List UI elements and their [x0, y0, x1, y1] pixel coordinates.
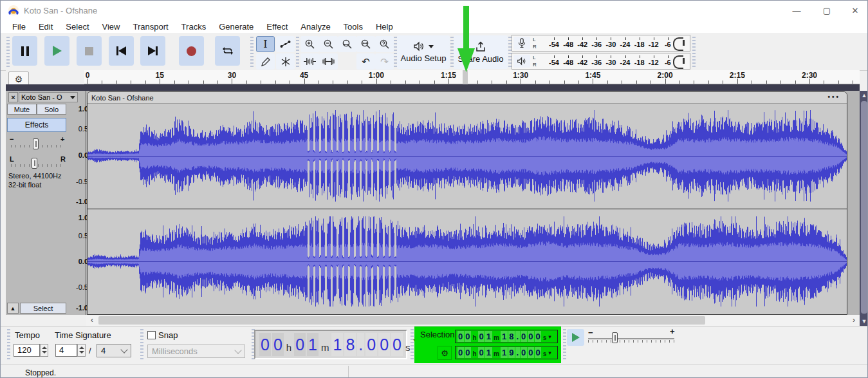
toolbar-grip[interactable] — [250, 37, 254, 68]
selection-tool-button[interactable]: I — [256, 36, 275, 52]
horizontal-scrollbar[interactable]: ‹ › — [86, 315, 860, 326]
toolbar-grip[interactable] — [6, 37, 10, 68]
audio-clip[interactable]: Koto San - Ofshane ••• — [87, 91, 847, 315]
tempo-spinner[interactable] — [40, 344, 48, 357]
zoom-in-button[interactable] — [300, 36, 319, 52]
track-collapse-button[interactable]: ▲ — [7, 303, 19, 314]
maximize-button[interactable]: ▢ — [813, 1, 840, 20]
trim-audio-button[interactable] — [300, 53, 319, 70]
snap-checkbox[interactable] — [147, 331, 156, 339]
toolbar-grip[interactable] — [394, 37, 397, 68]
loop-button[interactable] — [215, 36, 240, 66]
menu-edit[interactable]: Edit — [32, 20, 59, 34]
position-time-display[interactable]: 00h01m18.000s▾ — [254, 330, 407, 359]
time-digit[interactable]: 1 — [307, 333, 319, 356]
pause-button[interactable] — [12, 36, 37, 66]
time-digit[interactable]: 0 — [535, 347, 541, 358]
zoom-toggle-button[interactable] — [375, 36, 394, 52]
time-digit[interactable]: . — [357, 333, 364, 356]
time-signature-upper-input[interactable]: 4 — [55, 344, 77, 357]
menu-view[interactable]: View — [96, 20, 127, 34]
time-digit[interactable]: 0 — [465, 347, 471, 358]
menu-select[interactable]: Select — [59, 20, 95, 34]
multi-tool-button[interactable] — [276, 53, 295, 70]
time-digit[interactable]: 8 — [344, 333, 356, 356]
envelope-tool-button[interactable] — [276, 36, 295, 52]
gain-slider[interactable] — [33, 138, 39, 149]
time-digit[interactable]: 1 — [501, 331, 507, 342]
track-select-button[interactable]: Select — [20, 303, 66, 314]
time-digit[interactable]: 0 — [528, 331, 534, 342]
time-digit[interactable]: 0 — [391, 333, 403, 356]
menu-analyze[interactable]: Analyze — [294, 20, 337, 34]
solo-button[interactable]: Solo — [37, 104, 66, 115]
share-audio-button[interactable]: Share Audio — [454, 35, 508, 69]
track-close-button[interactable]: × — [8, 92, 18, 102]
waveform-canvas[interactable] — [88, 104, 847, 315]
selection-options-button[interactable]: ⚙ — [438, 346, 452, 360]
time-signature-spinner[interactable] — [77, 344, 86, 357]
time-digit[interactable]: . — [515, 331, 520, 342]
time-digit[interactable]: 0 — [521, 347, 527, 358]
timeline-ruler[interactable]: 01530451:001:151:301:452:002:152:30 — [84, 70, 860, 84]
minimize-button[interactable]: — — [783, 1, 810, 20]
clip-menu-button[interactable]: ••• — [827, 92, 840, 102]
time-signature-lower-select[interactable]: 4 — [97, 344, 131, 357]
scroll-right-icon[interactable]: › — [849, 315, 858, 326]
speed-slider[interactable] — [612, 332, 618, 343]
toolbar-grip[interactable] — [450, 37, 454, 68]
selection-start-field[interactable]: 00h01m18.000s▾ — [455, 330, 558, 343]
menu-tools[interactable]: Tools — [337, 20, 369, 34]
time-digit[interactable]: 1 — [331, 333, 343, 356]
time-digit[interactable]: 1 — [485, 331, 492, 342]
recording-meter[interactable]: LR -54-48-42-36-30-24-18-12-6 — [512, 35, 690, 52]
play-button[interactable] — [44, 36, 69, 66]
time-digit[interactable]: 0 — [457, 331, 464, 342]
time-digit[interactable]: 0 — [535, 331, 541, 342]
effects-button[interactable]: Effects — [7, 118, 66, 132]
toolbar-grip[interactable] — [7, 329, 10, 360]
time-digit[interactable]: . — [515, 347, 520, 358]
time-format-dropdown-icon[interactable]: ▾ — [548, 350, 551, 356]
horizontal-scroll-thumb[interactable] — [98, 316, 705, 325]
vertical-scrollbar[interactable]: ▲ ▼ — [860, 91, 868, 326]
play-at-speed-button[interactable] — [567, 329, 584, 346]
toolbar-grip[interactable] — [508, 37, 512, 68]
time-digit[interactable]: 0 — [465, 331, 471, 342]
time-digit[interactable]: 1 — [485, 347, 492, 358]
time-digit[interactable]: 1 — [501, 347, 507, 358]
playback-meter[interactable]: LR -54-48-42-36-30-24-18-12-6 — [512, 53, 690, 70]
snap-mode-select[interactable]: Milliseconds — [147, 345, 245, 358]
toolbar-grip[interactable] — [692, 37, 696, 68]
menu-help[interactable]: Help — [369, 20, 400, 34]
ruler-selection-region[interactable] — [463, 70, 467, 84]
time-digit[interactable]: 0 — [272, 333, 284, 356]
scroll-left-icon[interactable]: ‹ — [88, 315, 97, 326]
selection-end-field[interactable]: 00h01m19.000s▾ — [455, 346, 558, 359]
redo-button[interactable]: ↷ — [375, 53, 394, 70]
record-button[interactable] — [179, 36, 204, 66]
fit-project-button[interactable] — [356, 36, 375, 52]
time-digit[interactable]: 0 — [294, 333, 306, 356]
time-digit[interactable]: 0 — [478, 331, 485, 342]
audio-setup-button[interactable]: Audio Setup — [397, 35, 450, 69]
time-digit[interactable]: 0 — [528, 347, 534, 358]
speed-slider-track[interactable] — [588, 338, 674, 339]
silence-audio-button[interactable] — [319, 53, 338, 70]
time-digit[interactable]: 0 — [378, 333, 390, 356]
time-digit[interactable]: 0 — [259, 333, 271, 356]
time-digit[interactable]: 0 — [521, 331, 527, 342]
menu-tracks[interactable]: Tracks — [175, 20, 213, 34]
menu-generate[interactable]: Generate — [212, 20, 260, 34]
time-format-dropdown-icon[interactable]: ▾ — [548, 334, 551, 340]
menu-transport[interactable]: Transport — [126, 20, 174, 34]
time-digit[interactable]: 0 — [365, 333, 377, 356]
draw-tool-button[interactable] — [256, 53, 275, 70]
scroll-down-icon[interactable]: ▼ — [860, 317, 868, 326]
toolbar-grip[interactable] — [411, 329, 414, 360]
vertical-scroll-thumb[interactable] — [861, 101, 867, 314]
skip-to-end-button[interactable] — [140, 36, 165, 66]
record-meter-button[interactable] — [513, 37, 530, 50]
time-digit[interactable]: 0 — [457, 347, 464, 358]
playback-meter-button[interactable] — [513, 55, 530, 68]
